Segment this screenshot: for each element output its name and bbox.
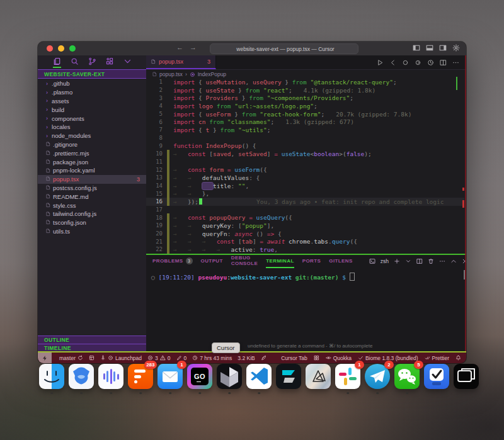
dock-icon-screens-app[interactable] <box>454 364 479 389</box>
dock-icon-mail-app[interactable]: 1 <box>158 364 183 389</box>
dock-icon-reader-app[interactable]: 283 <box>128 364 153 389</box>
tree-item-postcss-config-js[interactable]: postcss.config.js <box>38 184 146 193</box>
tree-item-node-modules[interactable]: ›node_modules <box>38 132 146 140</box>
run-icon[interactable] <box>377 59 384 66</box>
dock-icon-goland[interactable]: GO <box>187 364 212 389</box>
code-line-3[interactable]: 3import { Providers } from "~components/… <box>146 94 464 102</box>
extensions-icon[interactable] <box>106 57 114 68</box>
dock-icon-audio-app[interactable] <box>98 364 123 389</box>
code-line-10[interactable]: 10→ const [saved, setSaved] = useState<b… <box>146 150 464 158</box>
remote-indicator[interactable] <box>38 353 52 363</box>
tree-item-utils-ts[interactable]: utils.ts <box>38 227 146 236</box>
timeline-clock-icon[interactable] <box>427 59 434 66</box>
status-item-prettier[interactable]: Prettier <box>425 355 449 361</box>
toggle-sidebar-icon[interactable] <box>413 44 420 52</box>
more-terminal-icon[interactable] <box>439 258 445 264</box>
tree-item-pnpm-lock-yaml[interactable]: pnpm-lock.yaml <box>38 166 146 175</box>
breadcrumb[interactable]: popup.tsx › IndexPopup <box>146 70 466 79</box>
code-line-7[interactable]: 7import { t } from "~utils"; <box>146 126 464 134</box>
dock-icon-telegram[interactable]: 2 <box>365 364 390 389</box>
dock-icon-finder[interactable] <box>39 364 64 389</box>
new-terminal-icon[interactable] <box>394 258 400 264</box>
status-item-notifications[interactable] <box>455 355 461 361</box>
zoom-window-button[interactable] <box>69 45 76 52</box>
minimize-window-button[interactable] <box>58 45 64 52</box>
tree-item-tailwind-config-js[interactable]: tailwind.config.js <box>38 210 146 218</box>
editor-scrollbar[interactable] <box>456 77 457 90</box>
close-window-button[interactable] <box>47 45 53 52</box>
code-line-22[interactable]: 22→ → → → active: true, <box>146 245 464 254</box>
split-terminal-icon[interactable] <box>416 258 423 264</box>
command-center-search[interactable]: website-saver-ext — popup.tsx — Cursor <box>210 43 358 54</box>
code-line-14[interactable]: 14→ → title: "", <box>146 182 464 190</box>
split-editor-icon[interactable] <box>440 59 447 66</box>
code-line-1[interactable]: 1import { useMutation, useQuery } from "… <box>146 78 464 86</box>
code-line-18[interactable]: 18→ const popupQuery = useQuery({ <box>146 213 464 222</box>
panel-tab-problems[interactable]: PROBLEMS3 <box>152 254 193 268</box>
shell-name[interactable]: zsh <box>381 258 389 264</box>
status-item-pen-count[interactable]: 0 <box>176 355 187 361</box>
tree-item--github[interactable]: ›.github <box>38 79 146 88</box>
back-icon[interactable]: ← <box>176 43 183 51</box>
tree-item--gitignore[interactable]: .gitignore <box>38 140 146 149</box>
code-line-4[interactable]: 4import logo from "url:~assets/logo.png"… <box>146 102 464 110</box>
toggle-panel-icon[interactable] <box>426 44 433 52</box>
dock-icon-fox-app[interactable] <box>69 364 94 389</box>
tree-item-locales[interactable]: ›locales <box>38 123 146 132</box>
status-item-feather[interactable] <box>261 355 266 361</box>
panel-tab-terminal[interactable]: TERMINAL <box>266 254 294 268</box>
code-line-9[interactable]: 9function IndexPopup() { <box>146 142 464 150</box>
panel-tab-gitlens[interactable]: GITLENS <box>329 254 352 268</box>
settings-gear-icon[interactable] <box>452 44 460 52</box>
code-line-15[interactable]: 15→ → }, <box>146 189 464 198</box>
status-item-problems[interactable]: 30 <box>147 355 170 361</box>
panel-tab-output[interactable]: OUTPUT <box>201 254 223 268</box>
more-actions-icon[interactable] <box>452 59 459 66</box>
code-line-5[interactable]: 5import { useForm } from "react-hook-for… <box>146 110 464 118</box>
source-control-icon[interactable] <box>88 57 96 68</box>
tree-item-package-json[interactable]: package.json <box>38 157 146 166</box>
code-line-11[interactable]: 11 <box>146 158 464 166</box>
dock-icon-design-app[interactable] <box>306 364 331 389</box>
status-item-biome[interactable]: Biome 1.8.3 (bundled) <box>358 355 418 361</box>
dock-icon-wechat[interactable]: 5 <box>394 364 420 389</box>
forward-icon[interactable]: → <box>190 43 197 51</box>
code-editor[interactable]: 1import { useMutation, useQuery } from "… <box>146 78 464 254</box>
dock-icon-warp[interactable] <box>276 364 301 389</box>
toggle-secondary-sidebar-icon[interactable] <box>439 44 447 52</box>
code-line-17[interactable]: 17 <box>146 206 464 214</box>
tree-item-popup-tsx[interactable]: popup.tsx3 <box>38 175 146 184</box>
status-item-branch[interactable]: master <box>57 355 83 361</box>
tree-item-style-css[interactable]: style.css <box>38 201 146 210</box>
panel-tab-ports[interactable]: PORTS <box>302 254 321 268</box>
code-line-6[interactable]: 6import cn from "classnames";1.3k (gzipp… <box>146 118 464 126</box>
tab-popup-tsx[interactable]: popup.tsx 3 <box>146 55 216 69</box>
circle-arrow-icon[interactable] <box>415 59 421 66</box>
tree-item-assets[interactable]: ›assets <box>38 97 146 106</box>
status-item-pieces[interactable] <box>314 355 319 361</box>
code-line-8[interactable]: 8 <box>146 134 464 142</box>
tree-item-readme-md[interactable]: README.md <box>38 192 146 201</box>
tree-item-components[interactable]: ›components <box>38 114 146 123</box>
status-item-launchpad[interactable]: Launchpad <box>100 355 142 361</box>
dock-icon-todo-app[interactable] <box>424 364 449 389</box>
breadcrumb-symbol[interactable]: IndexPopup <box>198 71 226 77</box>
dock-icon-cursor[interactable] <box>217 364 242 389</box>
circle-icon[interactable] <box>402 59 409 66</box>
explorer-icon[interactable] <box>53 57 61 68</box>
explorer-section-header[interactable]: WEBSITE-SAVER-EXT <box>38 69 146 79</box>
status-item-quokka[interactable]: Quokka <box>326 355 352 361</box>
code-line-13[interactable]: 13→ → defaultValues: { <box>146 174 464 182</box>
code-line-16[interactable]: 16→ });You, 3 days ago • feat: init repo… <box>146 198 464 206</box>
status-item-filesize[interactable]: 3.2 KiB <box>238 355 255 361</box>
tree-item--prettierrc-mjs[interactable]: .prettierrc.mjs <box>38 149 146 157</box>
search-view-icon[interactable] <box>71 57 79 68</box>
status-item-cursor-tab[interactable]: Cursor Tab <box>281 355 307 361</box>
maximize-panel-icon[interactable] <box>450 258 457 264</box>
code-line-21[interactable]: 21→ → → const [tab] = await chrome.tabs.… <box>146 237 464 245</box>
dock-icon-slack[interactable]: 1 <box>335 364 360 389</box>
status-item-wakatime[interactable]: 7 hrs 43 mins <box>192 355 232 361</box>
kill-terminal-icon[interactable] <box>428 258 434 264</box>
back-arrow-icon[interactable] <box>389 59 396 66</box>
breadcrumb-file[interactable]: popup.tsx <box>159 71 183 77</box>
